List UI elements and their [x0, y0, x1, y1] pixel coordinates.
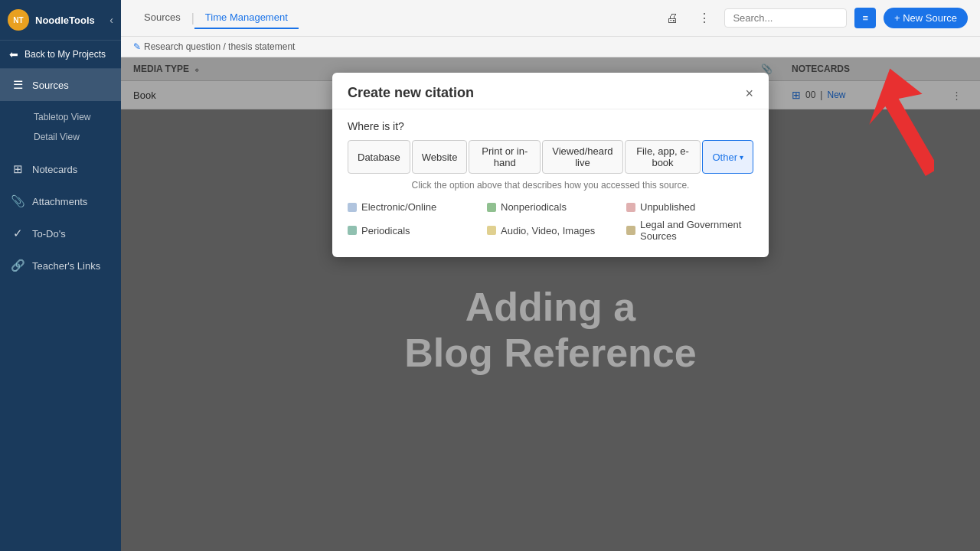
new-source-button[interactable]: + New Source: [884, 8, 968, 28]
sidebar: NT NoodleTools ‹ ⬅ Back to My Projects ☰…: [0, 0, 121, 551]
detail-view-item[interactable]: Detail View: [34, 127, 121, 147]
breadcrumb-icon: ✎: [133, 41, 141, 52]
breadcrumb: ✎ Research question / thesis statement: [121, 37, 980, 57]
filter-button[interactable]: ≡: [854, 8, 876, 28]
sidebar-item-sources-label: Sources: [32, 80, 69, 91]
dot-electronic: [348, 203, 357, 212]
tab-database[interactable]: Database: [348, 140, 410, 174]
modal-body: Where is it? Database Website Print or i…: [332, 109, 769, 257]
dot-unpublished: [626, 203, 635, 212]
sidebar-item-todos-label: To-Do's: [32, 228, 66, 240]
tab-print[interactable]: Print or in-hand: [469, 140, 541, 174]
modal-header: Create new citation ×: [332, 73, 769, 109]
tab-time-management[interactable]: Time Management: [194, 7, 299, 29]
tab-sources[interactable]: Sources: [133, 7, 191, 29]
app-brand: NoodleTools: [35, 15, 103, 26]
print-button[interactable]: 🖨: [660, 6, 684, 31]
main-content: Sources | Time Management 🖨 ⋮ ≡ + New So…: [121, 0, 980, 551]
tab-website[interactable]: Website: [412, 140, 468, 174]
sources-icon: ☰: [11, 78, 24, 92]
citation-modal: Create new citation × Where is it? Datab…: [332, 73, 769, 257]
topbar-right: 🖨 ⋮ ≡ + New Source: [660, 6, 968, 31]
notecards-icon: ⊞: [11, 162, 24, 176]
app-logo: NT: [8, 9, 29, 31]
sidebar-item-notecards-label: Notecards: [32, 164, 77, 175]
content-area: MEDIA TYPE ⬦ 📎 NOTECARDS Book ⊞ 00 | New…: [121, 57, 980, 551]
modal-where-label: Where is it?: [348, 120, 753, 132]
modal-hint: Click the option above that describes ho…: [348, 180, 753, 191]
dot-audio-video: [487, 226, 496, 235]
sidebar-collapse-icon[interactable]: ‹: [109, 14, 113, 26]
sidebar-item-attachments-label: Attachments: [32, 196, 87, 207]
tab-other[interactable]: Other ▾: [702, 140, 753, 174]
category-nonperiodicals: Nonperiodicals: [487, 201, 614, 213]
dot-legal: [626, 226, 635, 235]
tab-file[interactable]: File, app, e-book: [625, 140, 701, 174]
back-icon: ⬅: [9, 48, 18, 60]
modal-title: Create new citation: [348, 85, 474, 101]
category-legal: Legal and Government Sources: [626, 219, 753, 242]
topbar: Sources | Time Management 🖨 ⋮ ≡ + New So…: [121, 0, 980, 37]
dot-nonperiodicals: [487, 203, 496, 212]
category-unpublished: Unpublished: [626, 201, 753, 213]
category-periodicals: Periodicals: [348, 219, 475, 242]
modal-close-button[interactable]: ×: [745, 86, 753, 100]
modal-backdrop: Create new citation × Where is it? Datab…: [121, 57, 980, 551]
tab-viewed[interactable]: Viewed/heard live: [542, 140, 622, 174]
more-options-button[interactable]: ⋮: [692, 6, 717, 31]
sidebar-item-attachments[interactable]: 📎 Attachments: [0, 185, 121, 217]
category-audio-video: Audio, Video, Images: [487, 219, 614, 242]
sidebar-item-notecards[interactable]: ⊞ Notecards: [0, 153, 121, 185]
modal-tabs: Database Website Print or in-hand Viewed…: [348, 140, 753, 174]
sidebar-subnav: Tabletop View Detail View: [0, 101, 121, 153]
sidebar-item-teacher-links[interactable]: 🔗 Teacher's Links: [0, 249, 121, 282]
breadcrumb-text: Research question / thesis statement: [144, 41, 295, 52]
back-to-projects[interactable]: ⬅ Back to My Projects: [0, 41, 121, 69]
todos-icon: ✓: [11, 227, 24, 240]
sidebar-item-todos[interactable]: ✓ To-Do's: [0, 217, 121, 249]
attachments-icon: 📎: [11, 194, 24, 208]
dot-periodicals: [348, 226, 357, 235]
sidebar-header: NT NoodleTools ‹: [0, 0, 121, 41]
sidebar-item-teacher-links-label: Teacher's Links: [32, 260, 100, 272]
teacher-links-icon: 🔗: [11, 259, 24, 272]
topbar-tabs: Sources | Time Management: [133, 7, 299, 29]
tabletop-view-item[interactable]: Tabletop View: [34, 107, 121, 127]
search-input[interactable]: [724, 8, 847, 28]
category-electronic: Electronic/Online: [348, 201, 475, 213]
sidebar-item-sources[interactable]: ☰ Sources: [0, 69, 121, 101]
red-arrow: [835, 61, 934, 184]
modal-categories: Electronic/Online Nonperiodicals Unpubli…: [348, 201, 753, 242]
svg-marker-0: [850, 61, 934, 184]
back-label: Back to My Projects: [24, 49, 106, 60]
